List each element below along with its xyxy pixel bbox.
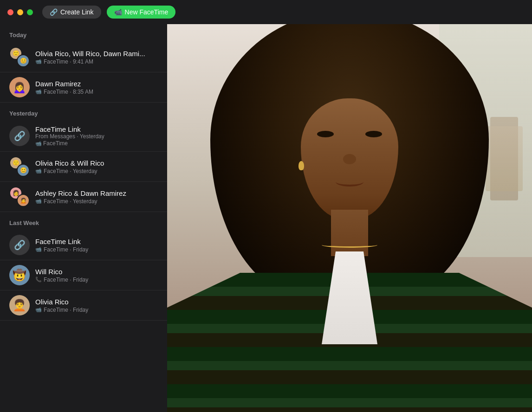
link-avatar: 🔗 [9, 126, 30, 146]
list-item[interactable]: 🔗 FaceTime Link 📹 FaceTime · Friday [0, 230, 167, 260]
video-icon: 📹 [35, 246, 42, 252]
contact-name: Olivia Rico & Will Rico [35, 159, 158, 167]
avatar-container: 🙂 😊 [9, 156, 30, 177]
avatar: 🤠 [9, 265, 30, 285]
photo-background: Lista över senaste samtal [167, 24, 532, 412]
left-eye [317, 131, 334, 137]
avatar: 🙍 [17, 194, 30, 207]
call-subtitle: 📞 FaceTime · Friday [35, 277, 158, 283]
earring-left [298, 161, 304, 170]
contact-name: Will Rico [35, 268, 158, 276]
list-item[interactable]: 🙂 😊 Olivia Rico & Will Rico 📹 FaceTime ·… [0, 152, 167, 182]
new-facetime-button[interactable]: 📹 New FaceTime [107, 6, 176, 19]
video-icon: 📹 [35, 198, 42, 204]
contact-name: Dawn Ramirez [35, 80, 158, 88]
phone-icon: 📞 [35, 277, 42, 283]
section-header-last-week: Last Week [0, 212, 167, 230]
titlebar: 🔗 Create Link 📹 New FaceTime [0, 0, 532, 24]
avatar-group: 🙂 😊 [9, 47, 30, 67]
call-info: FaceTime Link From Messages · Yesterday … [35, 125, 158, 147]
avatar: 🧑‍🦱 [9, 295, 30, 315]
avatar-container: 🔗 [9, 235, 30, 255]
right-eye [365, 131, 382, 137]
kitchen-element2 [486, 126, 523, 191]
neck [331, 210, 368, 256]
video-icon: 📹 [35, 307, 42, 313]
call-subtitle: 📹 FaceTime · Yesterday [35, 168, 158, 174]
content-area: Lista över senaste samtal [167, 24, 532, 412]
avatar: 🙍‍♀️ [9, 77, 30, 97]
necklace [322, 242, 377, 248]
call-info: Dawn Ramirez 📹 FaceTime · 8:35 AM [35, 80, 158, 95]
avatar-container: 🤠 [9, 265, 30, 285]
link-avatar: 🔗 [9, 235, 30, 255]
video-icon: 📹 [35, 168, 42, 174]
call-info: Olivia Rico & Will Rico 📹 FaceTime · Yes… [35, 159, 158, 174]
list-item[interactable]: 🧑‍🦱 Olivia Rico 📹 FaceTime · Friday [0, 290, 167, 321]
call-subtitle: 📹 FaceTime · Friday [35, 307, 158, 313]
window-controls [7, 9, 33, 15]
avatar: 😊 [17, 54, 30, 67]
face-shape [301, 98, 398, 219]
video-icon: 📹 [35, 141, 42, 147]
create-link-button[interactable]: 🔗 Create Link [42, 6, 101, 19]
call-subtitle: 📹 FaceTime · 8:35 AM [35, 89, 158, 95]
link-icon: 🔗 [50, 8, 58, 16]
avatar: 😊 [17, 164, 30, 177]
avatar-container: 👩 🙍 [9, 187, 30, 207]
call-subtitle-stack: From Messages · Yesterday 📹 FaceTime [35, 133, 158, 147]
list-item[interactable]: 🙍‍♀️ Dawn Ramirez 📹 FaceTime · 8:35 AM [0, 72, 167, 103]
minimize-button[interactable] [17, 9, 23, 15]
contact-name: FaceTime Link [35, 125, 158, 133]
sidebar: Today 🙂 😊 Olivia Rico, Will Rico, Dawn R… [0, 24, 167, 412]
avatar-container: 🙍‍♀️ [9, 77, 30, 97]
call-subtitle: 📹 FaceTime · 9:41 AM [35, 58, 158, 65]
call-subtitle: 📹 FaceTime · Yesterday [35, 198, 158, 205]
call-subtitle: 📹 FaceTime · Friday [35, 246, 158, 253]
list-item[interactable]: 👩 🙍 Ashley Rico & Dawn Ramirez 📹 FaceTim… [0, 182, 167, 212]
create-link-label: Create Link [60, 8, 94, 16]
list-item[interactable]: 🙂 😊 Olivia Rico, Will Rico, Dawn Rami...… [0, 42, 167, 72]
avatar-container: 🧑‍🦱 [9, 295, 30, 315]
contact-name: Olivia Rico, Will Rico, Dawn Rami... [35, 50, 158, 58]
video-icon: 📹 [35, 58, 42, 64]
contact-name: Ashley Rico & Dawn Ramirez [35, 189, 158, 197]
avatar-container: 🔗 [9, 126, 30, 146]
nose [343, 154, 356, 164]
contact-name: Olivia Rico [35, 298, 158, 306]
call-info: FaceTime Link 📹 FaceTime · Friday [35, 238, 158, 253]
mouth [336, 177, 363, 187]
section-header-yesterday: Yesterday [0, 103, 167, 121]
list-item[interactable]: 🔗 FaceTime Link From Messages · Yesterda… [0, 121, 167, 152]
contact-name: FaceTime Link [35, 238, 158, 245]
new-facetime-label: New FaceTime [125, 8, 169, 16]
list-item[interactable]: 🤠 Will Rico 📞 FaceTime · Friday [0, 260, 167, 290]
video-icon: 📹 [35, 89, 42, 95]
call-info: Ashley Rico & Dawn Ramirez 📹 FaceTime · … [35, 189, 158, 205]
fullscreen-button[interactable] [27, 9, 33, 15]
video-camera-icon: 📹 [114, 8, 122, 16]
close-button[interactable] [7, 9, 13, 15]
section-header-today: Today [0, 24, 167, 42]
call-info: Olivia Rico, Will Rico, Dawn Rami... 📹 F… [35, 50, 158, 65]
call-info: Olivia Rico 📹 FaceTime · Friday [35, 298, 158, 313]
call-info: Will Rico 📞 FaceTime · Friday [35, 268, 158, 283]
